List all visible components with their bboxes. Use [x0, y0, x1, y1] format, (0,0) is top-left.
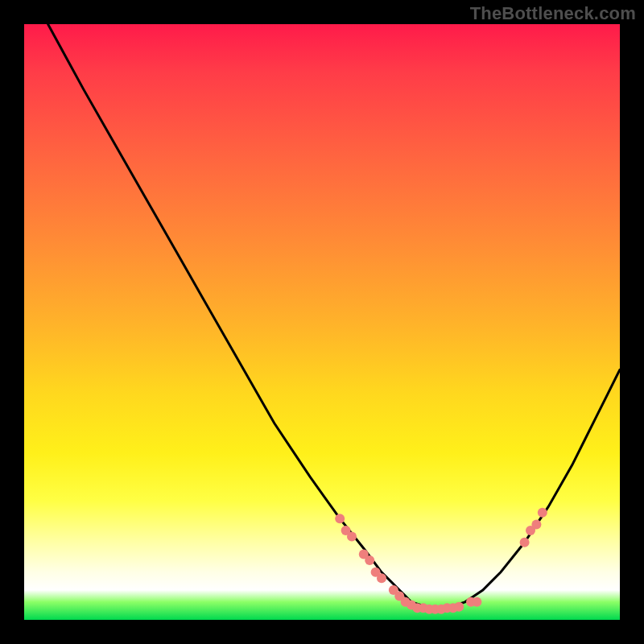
watermark-text: TheBottleneck.com [470, 3, 636, 24]
highlight-dot [454, 602, 464, 612]
highlight-dot [377, 573, 386, 583]
chart-svg [24, 24, 620, 620]
highlight-dot [520, 538, 530, 547]
highlight-dot [538, 508, 547, 518]
highlight-dot [347, 531, 357, 541]
chart-frame: TheBottleneck.com [0, 0, 644, 644]
highlight-dot [335, 514, 345, 523]
highlight-dots [335, 508, 547, 614]
plot-area [24, 24, 620, 620]
highlight-dot [531, 520, 541, 530]
highlight-dot [365, 555, 374, 565]
highlight-dot [472, 597, 481, 607]
